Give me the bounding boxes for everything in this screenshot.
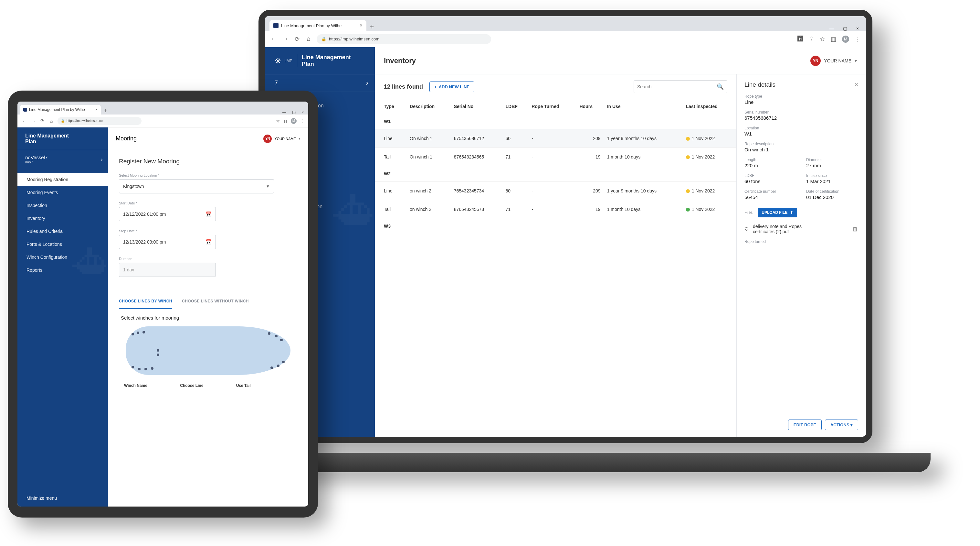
user-name: YOUR NAME: [274, 137, 296, 141]
bookmark-icon[interactable]: ☆: [820, 35, 825, 43]
winch-dot[interactable]: [268, 332, 270, 335]
search-icon[interactable]: 🔍: [717, 83, 724, 90]
nav-ports-locations[interactable]: Ports & Locations: [18, 238, 108, 251]
winch-dot[interactable]: [151, 367, 153, 370]
winch-dot[interactable]: [137, 332, 139, 334]
tab-close-icon[interactable]: ×: [360, 22, 363, 29]
share-icon[interactable]: ⇪: [809, 35, 814, 43]
winch-dot[interactable]: [282, 361, 285, 363]
extensions-icon[interactable]: ▥: [283, 118, 288, 124]
file-name[interactable]: delivery note and Ropes certificates (2)…: [753, 224, 818, 234]
forward-icon[interactable]: →: [282, 35, 289, 42]
start-date-input[interactable]: 12/12/2022 01:00 pm 📅: [119, 207, 216, 221]
profile-avatar[interactable]: M: [291, 118, 297, 124]
winch-dot[interactable]: [143, 331, 145, 334]
vessel-selector[interactable]: imoVessel 7 7 ›: [265, 74, 375, 92]
maximize-icon[interactable]: ▢: [292, 110, 296, 115]
profile-avatar[interactable]: M: [842, 35, 849, 43]
nav-winch-config[interactable]: Winch Configuration: [18, 251, 108, 263]
close-panel-icon[interactable]: ×: [854, 81, 858, 88]
upload-file-button[interactable]: UPLOAD FILE ⬆: [758, 208, 797, 217]
browser-tab[interactable]: Line Management Plan by Wilhe ×: [269, 20, 366, 31]
minimize-menu[interactable]: Minimize menu: [18, 490, 108, 506]
kebab-menu-icon[interactable]: ⋮: [855, 35, 861, 43]
user-menu[interactable]: YN YOUR NAME ▾: [263, 134, 301, 143]
browser-tab[interactable]: Line Management Plan by Wilhe ×: [20, 105, 101, 115]
search-box[interactable]: 🔍: [634, 80, 727, 93]
winch-dot[interactable]: [275, 335, 278, 337]
edit-rope-button[interactable]: EDIT ROPE: [788, 420, 822, 430]
reload-icon[interactable]: ⟳: [293, 35, 301, 43]
new-tab-button[interactable]: +: [101, 108, 110, 115]
translate-icon[interactable]: 🅰: [797, 35, 803, 42]
maximize-icon[interactable]: ▢: [843, 26, 847, 31]
winch-dot[interactable]: [157, 349, 159, 351]
details-title: Line details: [745, 81, 775, 88]
col-desc: Description: [406, 99, 451, 113]
close-window-icon[interactable]: ×: [301, 110, 304, 115]
topbar: Mooring YN YOUR NAME ▾: [108, 128, 308, 150]
tab-favicon: [23, 108, 27, 112]
forward-icon[interactable]: →: [30, 118, 36, 124]
brand-logo: ※ LMP Line Management Plan: [265, 47, 375, 74]
mooring-location-select[interactable]: Kingstown ▼: [119, 179, 274, 193]
minimize-icon[interactable]: —: [282, 110, 286, 115]
calendar-icon[interactable]: 📅: [205, 239, 212, 245]
url-text: https://lmp.wilhelmsen.com: [67, 119, 105, 123]
nav-inventory[interactable]: Inventory: [18, 212, 108, 225]
group-w1: W1: [375, 113, 737, 129]
add-new-line-button[interactable]: + ADD NEW LINE: [430, 81, 474, 92]
tab-by-winch[interactable]: CHOOSE LINES BY WINCH: [119, 295, 172, 309]
winch-dot[interactable]: [157, 354, 159, 356]
calendar-icon[interactable]: 📅: [205, 211, 212, 217]
winch-dot[interactable]: [277, 364, 280, 367]
nav-mooring-registration[interactable]: Mooring Registration: [18, 173, 108, 186]
winch-dot[interactable]: [132, 333, 134, 335]
status-dot-icon: [686, 155, 690, 159]
table-row[interactable]: LineOn winch 1675435686712 60-209 1 year…: [375, 129, 737, 148]
address-bar[interactable]: 🔒 https://lmp.wilhelmsen.com: [317, 34, 491, 44]
tab-close-icon[interactable]: ×: [95, 107, 97, 112]
ship-plan-diagram[interactable]: [126, 326, 291, 375]
vessel-name: noVessel7: [25, 155, 100, 160]
winch-dot[interactable]: [145, 368, 147, 370]
minimize-icon[interactable]: —: [829, 26, 834, 31]
reload-icon[interactable]: ⟳: [40, 118, 45, 124]
table-row[interactable]: TailOn winch 1876543234565 71-19 1 month…: [375, 148, 737, 166]
vessel-selector[interactable]: noVessel7 imo7 ›: [18, 150, 108, 169]
user-menu[interactable]: YN YOUR NAME ▾: [810, 56, 857, 66]
nav-inspection[interactable]: Inspection: [18, 199, 108, 212]
delete-file-icon[interactable]: 🗑: [853, 226, 858, 233]
new-tab-button[interactable]: +: [366, 22, 377, 31]
label-start-date: Start Date *: [119, 201, 297, 205]
kebab-menu-icon[interactable]: ⋮: [300, 118, 304, 124]
nav-reports[interactable]: Reports: [18, 263, 108, 276]
duration-field: 1 day: [119, 263, 216, 277]
status-dot-icon: [686, 189, 690, 193]
browser-toolbar: ← → ⟳ ⌂ 🔒 https://lmp.wilhelmsen.com ☆ ▥…: [18, 115, 308, 128]
table-row[interactable]: Lineon winch 2765432345734 60-209 1 year…: [375, 182, 737, 200]
winch-dot[interactable]: [270, 367, 273, 369]
tab-without-winch[interactable]: CHOOSE LINES WITHOUT WINCH: [182, 295, 249, 309]
user-name: YOUR NAME: [824, 58, 851, 64]
home-icon[interactable]: ⌂: [305, 35, 312, 42]
actions-button[interactable]: ACTIONS ▾: [825, 420, 858, 430]
back-icon[interactable]: ←: [270, 35, 277, 42]
winch-dot[interactable]: [280, 338, 283, 341]
close-window-icon[interactable]: ×: [856, 26, 859, 31]
brand-short: LMP: [284, 59, 293, 63]
brand-line1: Line Management: [302, 54, 351, 61]
chevron-down-icon: ▾: [854, 58, 857, 64]
winch-dot[interactable]: [132, 366, 134, 369]
nav-rules-criteria[interactable]: Rules and Criteria: [18, 225, 108, 238]
stop-date-input[interactable]: 12/13/2022 03:00 pm 📅: [119, 235, 216, 249]
address-bar[interactable]: 🔒 https://lmp.wilhelmsen.com: [57, 117, 142, 125]
back-icon[interactable]: ←: [21, 118, 27, 124]
home-icon[interactable]: ⌂: [48, 118, 54, 124]
bookmark-icon[interactable]: ☆: [276, 118, 280, 124]
extensions-icon[interactable]: ▥: [831, 35, 836, 43]
winch-dot[interactable]: [138, 368, 140, 370]
table-row[interactable]: Tailon winch 2876543245673 71-19 1 month…: [375, 200, 737, 219]
nav-mooring-events[interactable]: Mooring Events: [18, 186, 108, 199]
search-input[interactable]: [637, 84, 717, 89]
